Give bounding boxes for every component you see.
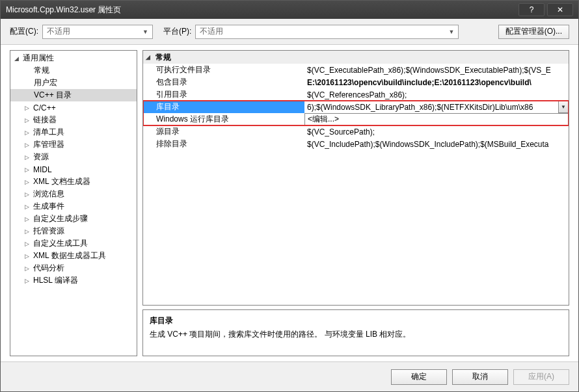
expand-icon[interactable]: ▷ [23,178,31,185]
grid-row-value[interactable]: <编辑...> [304,113,569,125]
expand-icon[interactable]: ▷ [23,190,31,198]
expand-icon[interactable]: ▷ [23,141,31,148]
titlebar: Microsoft.Cpp.Win32.user 属性页 ? ✕ [1,1,578,19]
main-area: ◢ 通用属性 常规用户宏VC++ 目录▷C/C++▷链接器▷清单工具▷库管理器▷… [1,45,578,361]
grid-row[interactable]: 库目录6);$(WindowsSDK_LibraryPath_x86);$(NE… [143,101,569,113]
config-value: 不适用 [47,26,70,37]
grid-row-label: 库目录 [143,101,304,113]
grid-row-value[interactable]: $(VC_SourcePath); [304,125,569,138]
dropdown-button[interactable]: ▼ [558,101,569,113]
tree-item-label: 代码分析 [33,263,64,274]
grid-rows: 可执行文件目录$(VC_ExecutablePath_x86);$(Window… [143,64,569,150]
tree-item[interactable]: ▷XML 数据生成器工具 [10,250,137,262]
expand-icon[interactable]: ▷ [23,166,31,173]
close-button[interactable]: ✕ [547,3,573,16]
tree-item-label: HLSL 编译器 [33,275,78,286]
tree-item[interactable]: ▷HLSL 编译器 [10,274,137,287]
grid-group-label: 常规 [155,52,171,63]
tree-item[interactable]: 用户宏 [10,77,137,89]
grid-row-label: Windows 运行库目录 [143,113,304,125]
tree-item[interactable]: ▷浏览信息 [10,188,137,200]
tree-item[interactable]: ▷链接器 [10,114,137,126]
tree-item[interactable]: ▷自定义生成步骤 [10,213,137,225]
expand-icon[interactable]: ▷ [23,277,31,284]
grid-row-value-text: $(VC_IncludePath);$(WindowsSDK_IncludePa… [307,140,549,149]
expand-icon[interactable]: ▷ [23,203,31,210]
tree-item-label: C/C++ [33,103,56,112]
grid-row-value-text: $(VC_SourcePath); [307,127,375,137]
config-manager-button[interactable]: 配置管理器(O)... [498,25,569,39]
grid-row[interactable]: Windows 运行库目录<编辑...> [143,113,569,125]
tree-item[interactable]: ▷自定义生成工具 [10,237,137,250]
tree-item-label: 链接器 [33,114,57,125]
expand-icon[interactable]: ▷ [23,129,31,136]
grid-row[interactable]: 引用目录$(VC_ReferencesPath_x86); [143,88,569,101]
tree-item-label: 资源 [33,151,49,163]
tree-item-label: 用户宏 [34,77,57,88]
grid-box: ◢ 常规 可执行文件目录$(VC_ExecutablePath_x86);$(W… [142,50,569,306]
tree-item[interactable]: ▷MIDL [10,163,137,176]
config-combo[interactable]: 不适用 ▼ [42,25,153,39]
tree-item[interactable]: ▷资源 [10,151,137,163]
grid-group-header[interactable]: ◢ 常规 [143,51,569,64]
tree-item[interactable]: 常规 [10,64,137,77]
expand-icon[interactable]: ▷ [23,228,31,235]
grid-row-value[interactable]: $(VC_IncludePath);$(WindowsSDK_IncludePa… [304,138,569,150]
expand-icon[interactable]: ▷ [23,265,31,272]
tree-item-label: 自定义生成工具 [33,238,88,249]
tree-item-label: XML 数据生成器工具 [33,250,106,261]
grid-row[interactable]: 源目录$(VC_SourcePath); [143,125,569,138]
tree-pane[interactable]: ◢ 通用属性 常规用户宏VC++ 目录▷C/C++▷链接器▷清单工具▷库管理器▷… [10,50,137,356]
config-label: 配置(C): [10,26,38,37]
expand-icon[interactable]: ▷ [23,153,31,161]
tree-item-label: 清单工具 [33,127,64,138]
grid-row-value-text: E:\20161123\opencv\build\include;E:\2016… [307,78,532,87]
description-text: 生成 VC++ 项目期间，搜索库文件时使用的路径。 与环境变量 LIB 相对应。 [150,329,562,340]
tree-item-label: VC++ 目录 [34,90,72,101]
grid-pane: ◢ 常规 可执行文件目录$(VC_ExecutablePath_x86);$(W… [142,50,569,356]
tree-item[interactable]: ▷C/C++ [10,101,137,114]
grid-row-value-text: $(VC_ReferencesPath_x86); [307,90,407,99]
cancel-button[interactable]: 取消 [452,369,508,385]
apply-button[interactable]: 应用(A) [513,369,569,385]
grid-row-value[interactable]: E:\20161123\opencv\build\include;E:\2016… [304,76,569,88]
ok-label: 确定 [411,371,427,382]
cancel-label: 取消 [472,371,488,382]
tree-item[interactable]: ▷代码分析 [10,262,137,274]
expand-icon[interactable]: ▷ [23,215,31,222]
platform-value: 不适用 [200,26,223,37]
tree-item[interactable]: ▷托管资源 [10,225,137,237]
grid-row-value-text: $(VC_ExecutablePath_x86);$(WindowsSDK_Ex… [307,66,551,75]
description-box: 库目录 生成 VC++ 项目期间，搜索库文件时使用的路径。 与环境变量 LIB … [142,309,569,356]
grid-row[interactable]: 包含目录E:\20161123\opencv\build\include;E:\… [143,76,569,88]
platform-combo[interactable]: 不适用 ▼ [195,25,459,39]
grid-row-label: 可执行文件目录 [143,64,304,76]
tree-item[interactable]: ▷XML 文档生成器 [10,176,137,188]
chevron-down-icon: ▼ [142,29,148,35]
tree-root-label: 通用属性 [23,53,54,64]
grid-row-value[interactable]: $(VC_ExecutablePath_x86);$(WindowsSDK_Ex… [304,64,569,76]
tree-item[interactable]: ▷库管理器 [10,138,137,151]
help-button[interactable]: ? [518,3,545,16]
grid-row[interactable]: 可执行文件目录$(VC_ExecutablePath_x86);$(Window… [143,64,569,76]
expand-icon[interactable]: ▷ [23,104,31,111]
config-manager-label: 配置管理器(O)... [505,26,562,37]
collapse-icon[interactable]: ◢ [13,55,20,62]
collapse-icon[interactable]: ◢ [146,54,153,60]
ok-button[interactable]: 确定 [391,369,447,385]
tree-item-label: 自定义生成步骤 [33,213,88,224]
grid-row-value[interactable]: $(VC_ReferencesPath_x86); [304,88,569,101]
tree-item[interactable]: VC++ 目录 [10,89,137,101]
expand-icon[interactable]: ▷ [23,116,31,124]
expand-icon[interactable]: ▷ [23,252,31,259]
tree-item[interactable]: ▷生成事件 [10,200,137,213]
tree-item[interactable]: ▷清单工具 [10,126,137,138]
close-icon: ✕ [557,5,563,14]
expand-icon[interactable]: ▷ [23,240,31,247]
apply-label: 应用(A) [528,371,554,382]
grid-row-value[interactable]: 6);$(WindowsSDK_LibraryPath_x86);$(NETFX… [304,101,569,113]
grid-row[interactable]: 排除目录$(VC_IncludePath);$(WindowsSDK_Inclu… [143,138,569,150]
tree-item-label: 常规 [34,65,49,76]
tree-root[interactable]: ◢ 通用属性 [10,52,137,64]
config-row: 配置(C): 不适用 ▼ 平台(P): 不适用 ▼ 配置管理器(O)... [1,19,578,45]
